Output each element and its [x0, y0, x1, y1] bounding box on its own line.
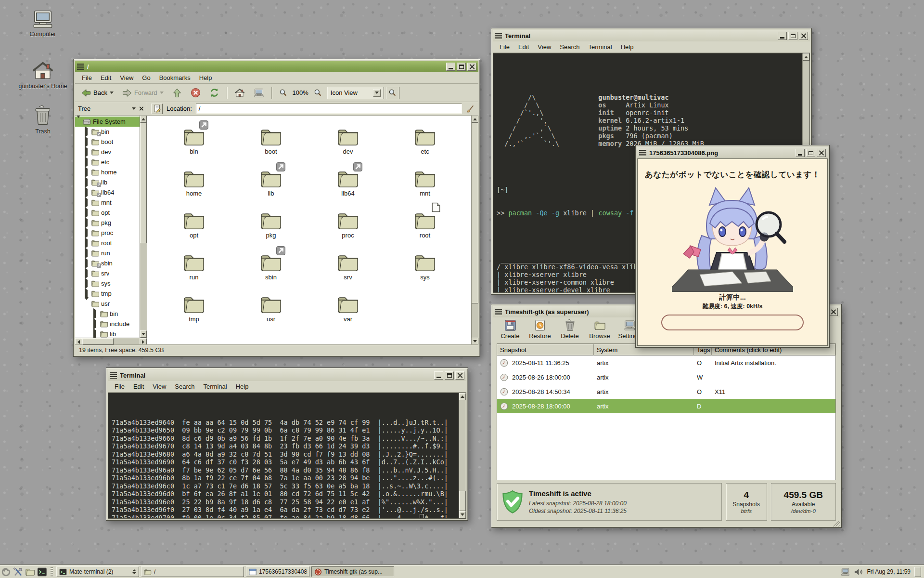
expander-closed-icon[interactable]: [85, 258, 88, 269]
expander-closed-icon[interactable]: [93, 318, 96, 329]
folder-item[interactable]: mnt: [389, 164, 461, 206]
resize-grip[interactable]: [833, 521, 840, 526]
folder-item[interactable]: opt: [158, 206, 230, 248]
close-button[interactable]: [829, 308, 838, 316]
folder-item[interactable]: sys: [389, 248, 461, 290]
sidebar-mode-select[interactable]: Tree: [78, 105, 129, 112]
tree-item[interactable]: lib: [75, 177, 140, 187]
location-input[interactable]: /: [196, 104, 462, 114]
expander-open-icon[interactable]: [85, 297, 89, 307]
expander-open-icon[interactable]: [77, 116, 80, 125]
menu-item[interactable]: Help: [617, 42, 638, 52]
terminal-output[interactable]: 71a5a4b133ed9640 fe aa aa 64 15 0d 5d 75…: [108, 393, 459, 518]
tree-item[interactable]: File System: [75, 117, 140, 127]
expander-closed-icon[interactable]: [85, 207, 88, 218]
forward-button[interactable]: Forward: [119, 87, 167, 99]
panel-handle[interactable]: [51, 567, 53, 577]
window-menu-icon[interactable]: [495, 309, 502, 315]
menu-item[interactable]: File: [78, 73, 96, 82]
folder-item[interactable]: pkg: [235, 206, 307, 248]
menu-item[interactable]: View: [149, 382, 170, 391]
group-spinner-arrows[interactable]: [132, 569, 136, 574]
minimize-button[interactable]: [434, 371, 443, 380]
tree-item[interactable]: pkg: [75, 218, 140, 228]
expander-closed-icon[interactable]: [85, 187, 88, 198]
title-bar[interactable]: /: [75, 61, 478, 72]
folder-item[interactable]: var: [312, 290, 384, 332]
menu-item[interactable]: View: [534, 42, 555, 52]
expander-closed-icon[interactable]: [85, 227, 88, 238]
chevron-down-icon[interactable]: [132, 107, 136, 110]
taskbar-window-button[interactable]: Mate-terminal (2): [56, 566, 139, 577]
sidebar-scrollbar[interactable]: [140, 116, 147, 338]
folder-item[interactable]: sbin: [235, 248, 307, 290]
expander-closed-icon[interactable]: [85, 177, 88, 188]
column-header-snapshot[interactable]: Snapshot: [497, 344, 594, 355]
tree-item[interactable]: opt: [75, 208, 140, 218]
view-mode-select[interactable]: Icon View: [327, 87, 384, 99]
display-tray-icon[interactable]: [841, 568, 850, 576]
folder-item[interactable]: lib: [235, 164, 307, 206]
taskbar-window-button[interactable]: /: [141, 566, 244, 577]
folder-item[interactable]: proc: [312, 206, 384, 248]
computer-button[interactable]: [250, 86, 268, 100]
sidebar-hscrollbar[interactable]: [75, 338, 147, 345]
tree-item[interactable]: etc: [75, 157, 140, 167]
menu-item[interactable]: Help: [232, 382, 253, 391]
scroll-up-icon[interactable]: [459, 393, 466, 400]
maximize-button[interactable]: [445, 371, 454, 380]
scroll-left-icon[interactable]: [75, 338, 82, 345]
maximize-button[interactable]: [457, 63, 466, 71]
snapshot-row[interactable]: 2025-08-26 18:00:00 artix W: [497, 370, 835, 384]
maximize-button[interactable]: [806, 149, 815, 157]
folder-item[interactable]: bin: [158, 122, 230, 164]
brush-icon[interactable]: [466, 105, 475, 113]
main-scrollbar[interactable]: [471, 116, 478, 345]
close-sidebar-icon[interactable]: [139, 106, 143, 111]
search-button[interactable]: [386, 87, 399, 99]
clock[interactable]: Fri Aug 29, 11:59: [867, 568, 911, 575]
snapshot-row[interactable]: 2025-08-28 18:00:00 artix D: [497, 399, 835, 413]
scroll-down-icon[interactable]: [472, 338, 478, 345]
minimize-button[interactable]: [778, 32, 787, 40]
tree-item[interactable]: lib64: [75, 187, 140, 197]
folder-item[interactable]: lib64: [312, 164, 384, 206]
panel-end-applet[interactable]: [914, 567, 921, 577]
minimize-button[interactable]: [446, 63, 455, 71]
menu-item[interactable]: Search: [171, 382, 198, 391]
expander-closed-icon[interactable]: [93, 308, 96, 319]
folder-item[interactable]: run: [158, 248, 230, 290]
restore-button[interactable]: Restore: [526, 319, 553, 340]
menu-item[interactable]: Search: [556, 42, 583, 52]
folder-item[interactable]: etc: [389, 122, 461, 164]
tree-item[interactable]: dev: [75, 147, 140, 157]
scroll-thumb[interactable]: [459, 491, 466, 511]
expander-closed-icon[interactable]: [85, 136, 88, 147]
browse-button[interactable]: Browse: [586, 319, 613, 340]
tree-item[interactable]: proc: [75, 228, 140, 238]
terminal-scrollbar[interactable]: [459, 393, 466, 518]
menu-item[interactable]: Edit: [97, 73, 115, 82]
tree-item[interactable]: sys: [75, 278, 140, 289]
up-button[interactable]: [169, 87, 185, 99]
tree-item[interactable]: bin: [75, 309, 140, 319]
expander-closed-icon[interactable]: [85, 126, 88, 137]
folder-item[interactable]: boot: [235, 122, 307, 164]
expander-closed-icon[interactable]: [85, 217, 88, 228]
folder-item[interactable]: root: [389, 206, 461, 248]
menu-item[interactable]: Terminal: [585, 42, 616, 52]
desktop-icon-computer[interactable]: Computer: [16, 10, 69, 38]
menu-item[interactable]: Go: [138, 73, 154, 82]
stop-button[interactable]: [187, 86, 204, 100]
menu-item[interactable]: Help: [195, 73, 216, 82]
tree-item[interactable]: usr: [75, 299, 140, 309]
menu-item[interactable]: Terminal: [200, 382, 231, 391]
delete-button[interactable]: Delete: [556, 319, 583, 340]
window-menu-icon[interactable]: [77, 64, 84, 70]
expander-closed-icon[interactable]: [93, 328, 96, 338]
desktop-icon-trash[interactable]: Trash: [16, 105, 69, 135]
taskbar-window-button[interactable]: Timeshift-gtk (as sup...: [311, 566, 394, 577]
snapshot-row[interactable]: 2025-08-11 11:36:25 artix O Initial Arti…: [497, 355, 835, 370]
menu-item[interactable]: File: [111, 382, 128, 391]
create-button[interactable]: Create: [497, 319, 524, 340]
